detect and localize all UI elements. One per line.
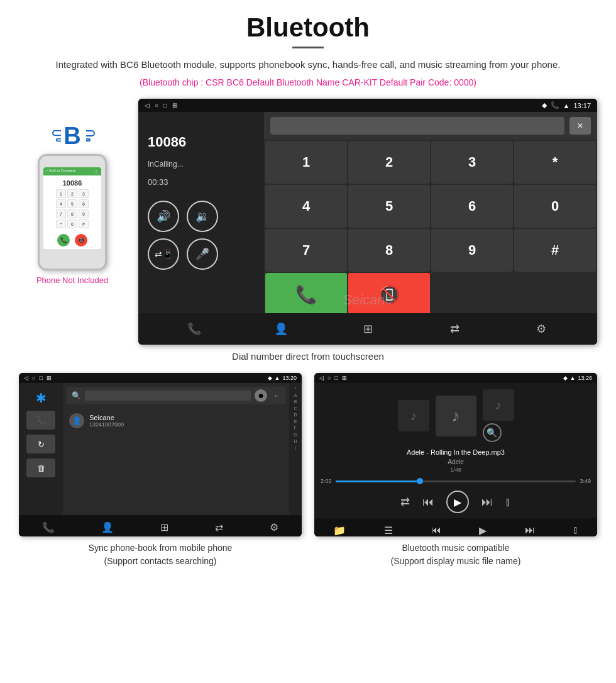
music-bottom-folder-icon[interactable]: 📁 — [333, 525, 346, 536]
music-bottom-next-icon[interactable]: ⏭ — [525, 525, 535, 536]
pb-alpha-b[interactable]: B — [294, 399, 297, 406]
phone-key-2[interactable]: 2 — [67, 189, 77, 198]
pb-alpha-e[interactable]: E — [294, 419, 297, 426]
pb-bottom-settings-icon[interactable]: ⚙ — [270, 521, 278, 533]
car-key-3[interactable]: 3 — [431, 141, 513, 184]
music-album-center: ♪ — [436, 396, 476, 436]
pb-location-icon: ◆ — [268, 375, 272, 381]
music-bottom-eq-icon[interactable]: ⫿ — [573, 525, 578, 536]
phone-key-star[interactable]: * — [56, 219, 66, 228]
car-transfer-row: ⇄📱 🎤 — [148, 238, 218, 270]
phone-key-4[interactable]: 4 — [56, 199, 66, 208]
car-wifi-icon: ▲ — [563, 102, 570, 109]
pb-status-bar: ◁ ○ □ ⊞ ◆ ▲ 13:20 — [19, 373, 302, 383]
car-bottom-bar: 📞 👤 ⊞ ⇄ ⚙ — [138, 313, 597, 345]
car-key-0[interactable]: 0 — [514, 185, 596, 228]
phone-key-3[interactable]: 3 — [79, 189, 89, 198]
pb-search-icon: 🔍 — [72, 391, 81, 400]
music-bottom-play-icon[interactable]: ▶ — [479, 525, 487, 536]
music-play-button[interactable]: ▶ — [446, 491, 469, 513]
car-input-bar: ✕ — [264, 112, 597, 140]
music-next-icon[interactable]: ⏭ — [481, 496, 493, 509]
pb-alpha-c[interactable]: C — [294, 406, 297, 413]
car-transfer-button[interactable]: ⇄📱 — [148, 238, 179, 270]
wave-left-icon — [52, 130, 61, 142]
phone-not-included-label: Phone Not Included — [36, 275, 108, 285]
car-key-9[interactable]: 9 — [431, 229, 513, 272]
car-key-4[interactable]: 4 — [265, 185, 347, 228]
car-call-button[interactable]: 📞 — [265, 273, 347, 316]
car-delete-button[interactable]: ✕ — [569, 117, 591, 135]
phone-key-0[interactable]: 0 — [67, 219, 77, 228]
car-volume-up-button[interactable]: 🔊 — [148, 201, 179, 232]
car-bottom-contacts-icon[interactable]: 👤 — [268, 316, 294, 342]
phone-end-button[interactable]: 📵 — [75, 234, 87, 247]
music-caption: Bluetooth music compatible (Support disp… — [314, 541, 597, 568]
car-key-star[interactable]: * — [514, 141, 596, 184]
car-key-8[interactable]: 8 — [348, 229, 430, 272]
car-bottom-settings-icon[interactable]: ⚙ — [529, 316, 554, 342]
phone-key-5[interactable]: 5 — [67, 199, 77, 208]
pb-sync-button[interactable]: ↻ — [26, 435, 55, 453]
phone-menu-icon: ⋮ — [94, 169, 99, 174]
car-status-bar: ◁ ○ □ ⊞ ◆ 📞 ▲ 13:17 — [138, 99, 597, 112]
music-eq-icon[interactable]: ⫿ — [505, 496, 511, 509]
phone-key-9[interactable]: 9 — [79, 209, 89, 218]
music-song-name: Adele - Rolling In the Deep.mp3 — [407, 448, 505, 456]
car-status-left: ◁ ○ □ ⊞ — [145, 102, 177, 109]
phone-key-1[interactable]: 1 — [56, 189, 66, 198]
car-key-6[interactable]: 6 — [431, 185, 513, 228]
car-key-hash[interactable]: # — [514, 229, 596, 272]
car-mic-button[interactable]: 🎤 — [187, 238, 218, 270]
chip-info-text: (Bluetooth chip : CSR BC6 Default Blueto… — [19, 77, 597, 87]
music-bottom-list-icon[interactable]: ☰ — [384, 525, 393, 536]
car-key-2[interactable]: 2 — [348, 141, 430, 184]
pb-contact-item[interactable]: 👤 Seicane 13241007000 — [67, 409, 285, 432]
pb-phone-button[interactable]: 📞 — [26, 411, 55, 430]
phone-key-8[interactable]: 8 — [67, 209, 77, 218]
pb-alphabet-index: * A B C D E F G H I — [289, 383, 302, 515]
car-volume-down-button[interactable]: 🔉 — [187, 201, 218, 232]
car-bottom-dialpad-icon[interactable]: ⊞ — [355, 316, 380, 342]
pb-alpha-h[interactable]: H — [294, 438, 297, 445]
music-search-button[interactable]: 🔍 — [483, 423, 502, 442]
pb-alpha-f[interactable]: F — [294, 425, 297, 432]
phone-key-7[interactable]: 7 — [56, 209, 66, 218]
music-progress-bar[interactable] — [336, 480, 576, 482]
music-location-icon: ◆ — [563, 375, 568, 381]
phone-key-hash[interactable]: # — [79, 219, 89, 228]
pb-search-field[interactable] — [85, 391, 251, 401]
car-bottom-phone-icon[interactable]: 📞 — [182, 316, 207, 342]
phonebook-screen: ◁ ○ □ ⊞ ◆ ▲ 13:20 ✱ � — [19, 373, 302, 536]
pb-contact-avatar: 👤 — [69, 413, 84, 428]
music-current-time: 2:02 — [321, 478, 332, 484]
phone-call-button[interactable]: 📞 — [57, 234, 70, 247]
pb-alpha-d[interactable]: D — [294, 412, 297, 419]
pb-bottom-dialpad-icon[interactable]: ⊞ — [160, 521, 168, 533]
pb-bottom-user-icon[interactable]: 👤 — [101, 521, 114, 533]
car-key-1[interactable]: 1 — [265, 141, 347, 184]
pb-main: ✱ 📞 ↻ 🗑 🔍 ● ← 👤 — [19, 383, 302, 515]
phone-key-6[interactable]: 6 — [79, 199, 89, 208]
car-key-7[interactable]: 7 — [265, 229, 347, 272]
pb-alpha-g[interactable]: G — [294, 432, 297, 439]
car-key-5[interactable]: 5 — [348, 185, 430, 228]
music-progress-row: 2:02 3:49 — [321, 478, 591, 484]
pb-delete-button[interactable]: 🗑 — [26, 458, 55, 477]
pb-content: 🔍 ● ← 👤 Seicane 13241007000 — [63, 383, 289, 515]
pb-contact-number: 13241007000 — [89, 421, 124, 428]
pb-alpha-i[interactable]: I — [295, 445, 296, 452]
car-end-call-button[interactable]: 📵 — [348, 273, 430, 316]
pb-alpha-a[interactable]: A — [294, 392, 297, 399]
car-input-field[interactable] — [270, 117, 564, 135]
bluetooth-icon-area: B — [63, 124, 80, 148]
car-bottom-transfer-icon[interactable]: ⇄ — [442, 316, 467, 342]
pb-bottom-phone-icon[interactable]: 📞 — [42, 521, 55, 533]
music-bottom-prev-icon[interactable]: ⏮ — [431, 525, 441, 536]
music-screen: ◁ ○ □ ⊞ ◆ ▲ 13:26 ♪ ♪ — [314, 373, 597, 536]
pb-alpha-star[interactable]: * — [295, 386, 297, 392]
music-prev-icon[interactable]: ⏮ — [422, 496, 434, 509]
pb-bottom-transfer-icon[interactable]: ⇄ — [215, 521, 223, 533]
music-shuffle-icon[interactable]: ⇄ — [400, 495, 410, 509]
phone-mockup: + Add to Contacts ⋮ 10086 1 2 3 4 5 — [38, 154, 107, 270]
